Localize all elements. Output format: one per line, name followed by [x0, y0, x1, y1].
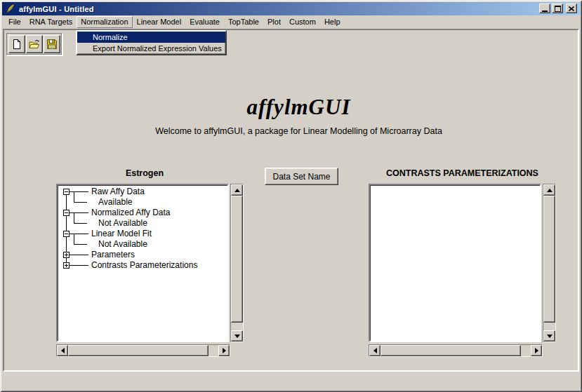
- scroll-left-button[interactable]: [57, 345, 68, 356]
- menu-item-export-normalized-expression-values[interactable]: Export Normalized Expression Values: [77, 43, 225, 54]
- menu-plot[interactable]: Plot: [263, 16, 285, 28]
- right-panel-title: CONTRASTS PARAMETERIZATIONS: [369, 168, 556, 178]
- tree-expand-box[interactable]: [63, 262, 70, 269]
- maximize-button[interactable]: [552, 4, 563, 13]
- scroll-up-button[interactable]: [543, 184, 555, 196]
- tree-node-label[interactable]: Normalized Affy Data: [91, 208, 171, 218]
- menu-custom[interactable]: Custom: [285, 16, 320, 28]
- status-tree-listbox[interactable]: Raw Affy DataAvailableNormalized Affy Da…: [56, 184, 229, 342]
- minimize-icon: [542, 11, 548, 12]
- tree-leaf-label[interactable]: Not Available: [98, 218, 147, 229]
- tree-collapse-box[interactable]: [63, 231, 70, 237]
- tree-node-label[interactable]: Contrasts Parameterizations: [91, 260, 197, 271]
- tree-connector-line: [70, 255, 88, 255]
- scroll-thumb[interactable]: [68, 345, 209, 356]
- menubar: FileRNA TargetsNormalizationLinear Model…: [3, 16, 579, 28]
- left-arrow-icon: [373, 348, 377, 353]
- tree-connector-line: [74, 192, 74, 202]
- down-arrow-icon: [234, 334, 240, 338]
- close-button[interactable]: [566, 4, 577, 13]
- window-controls: [539, 4, 577, 13]
- tree-connector-line: [70, 212, 88, 213]
- scroll-thumb[interactable]: [381, 345, 521, 356]
- save-file-button[interactable]: [44, 35, 60, 53]
- open-folder-icon: [28, 39, 41, 50]
- scroll-up-button[interactable]: [231, 184, 243, 196]
- window-title: affylmGUI - Untitled: [19, 5, 94, 13]
- tree-node-label[interactable]: Parameters: [91, 250, 135, 260]
- menu-evaluate[interactable]: Evaluate: [185, 16, 224, 28]
- new-file-button[interactable]: [8, 35, 25, 53]
- titlebar[interactable]: affylmGUI - Untitled: [2, 2, 580, 15]
- app-window: affylmGUI - Untitled FileRNA TargetsNorm…: [0, 0, 582, 392]
- menu-rna-targets[interactable]: RNA Targets: [25, 16, 77, 28]
- right-arrow-icon: [223, 348, 226, 353]
- save-floppy-icon: [46, 39, 58, 50]
- close-icon: [569, 6, 574, 11]
- tree-collapse-box[interactable]: [63, 210, 70, 216]
- tree-node-label[interactable]: Linear Model Fit: [91, 229, 152, 239]
- tree-connector-line: [74, 234, 74, 244]
- tree-connector-line: [74, 244, 87, 245]
- minimize-button[interactable]: [539, 4, 550, 13]
- tree-leaf-label[interactable]: Available: [98, 197, 132, 208]
- left-arrow-icon: [61, 348, 65, 353]
- left-panel-title: Estrogen: [56, 168, 233, 178]
- scroll-left-button[interactable]: [369, 345, 381, 356]
- right-vertical-scrollbar[interactable]: [543, 184, 556, 342]
- up-arrow-icon: [234, 189, 240, 192]
- tree-leaf-label[interactable]: Not Available: [98, 239, 147, 250]
- welcome-text: Welcome to affylmGUI, a package for Line…: [20, 126, 578, 136]
- left-horizontal-scrollbar[interactable]: [56, 344, 230, 357]
- scroll-down-button[interactable]: [231, 330, 243, 342]
- open-file-button[interactable]: [26, 35, 43, 53]
- scroll-thumb[interactable]: [231, 196, 243, 323]
- client-area: affylmGUI Welcome to affylmGUI, a packag…: [3, 29, 579, 372]
- up-arrow-icon: [547, 189, 553, 192]
- right-horizontal-scrollbar[interactable]: [369, 344, 543, 357]
- scroll-thumb[interactable]: [543, 196, 555, 323]
- tree-connector-line: [70, 191, 88, 192]
- right-arrow-icon: [535, 348, 538, 353]
- tree-collapse-box[interactable]: [63, 189, 70, 195]
- menu-normalization[interactable]: Normalization: [77, 16, 132, 28]
- app-feather-icon: [5, 4, 15, 14]
- tree-connector-line: [74, 202, 87, 203]
- scroll-down-button[interactable]: [543, 330, 555, 342]
- tree-connector-line: [70, 265, 88, 266]
- scroll-right-button[interactable]: [531, 345, 542, 356]
- maximize-icon: [555, 6, 561, 12]
- tree-node-label[interactable]: Raw Affy Data: [91, 187, 145, 197]
- normalization-dropdown-menu: NormalizeExport Normalized Expression Va…: [76, 30, 227, 55]
- menu-help[interactable]: Help: [320, 16, 345, 28]
- tree-connector-line: [74, 213, 74, 223]
- menu-linear-model[interactable]: Linear Model: [133, 16, 186, 28]
- dataset-name-button[interactable]: Data Set Name: [265, 168, 338, 185]
- down-arrow-icon: [547, 334, 553, 338]
- scroll-right-button[interactable]: [218, 345, 230, 356]
- contrasts-listbox[interactable]: [369, 184, 541, 342]
- menu-item-normalize[interactable]: Normalize: [77, 32, 225, 43]
- tree-expand-box[interactable]: [63, 252, 70, 258]
- app-title: affylmGUI: [20, 95, 578, 120]
- menu-file[interactable]: File: [4, 16, 25, 28]
- tree-connector-line: [70, 234, 88, 234]
- menu-toptable[interactable]: TopTable: [224, 16, 263, 28]
- new-document-icon: [11, 39, 22, 50]
- tree-connector-line: [74, 223, 87, 224]
- left-vertical-scrollbar[interactable]: [230, 184, 244, 342]
- toolbar: [6, 33, 62, 55]
